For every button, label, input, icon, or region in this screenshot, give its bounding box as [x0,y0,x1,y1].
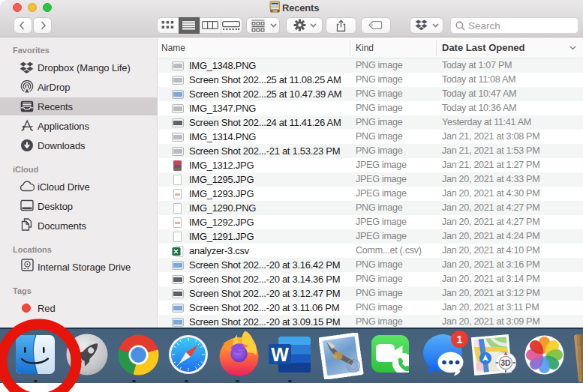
svg-text:W: W [271,344,289,365]
svg-text:3D: 3D [500,358,511,367]
